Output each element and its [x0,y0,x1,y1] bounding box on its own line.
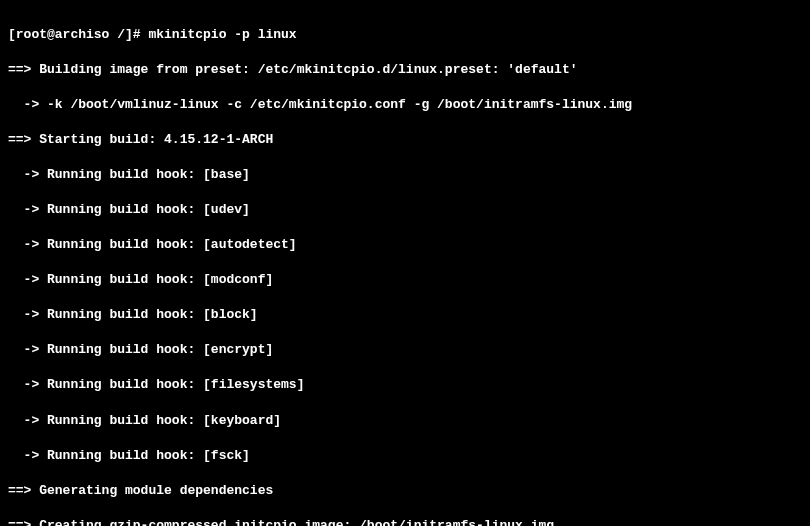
output-line: ==> Building image from preset: /etc/mki… [8,61,802,79]
output-line: -> Running build hook: [encrypt] [8,341,802,359]
prompt-line[interactable]: [root@archiso /]# mkinitcpio -p linux [8,26,802,44]
output-line: -> Running build hook: [fsck] [8,447,802,465]
output-line: ==> Starting build: 4.15.12-1-ARCH [8,131,802,149]
output-line: -> Running build hook: [autodetect] [8,236,802,254]
output-line: ==> Generating module dependencies [8,482,802,500]
output-line: -> Running build hook: [block] [8,306,802,324]
output-line: -> Running build hook: [base] [8,166,802,184]
terminal-output: [root@archiso /]# mkinitcpio -p linux ==… [8,8,802,526]
output-line: -> Running build hook: [filesystems] [8,376,802,394]
output-line: -> Running build hook: [keyboard] [8,412,802,430]
output-line: ==> Creating gzip-compressed initcpio im… [8,517,802,526]
output-line: -> -k /boot/vmlinuz-linux -c /etc/mkinit… [8,96,802,114]
output-line: -> Running build hook: [modconf] [8,271,802,289]
output-line: -> Running build hook: [udev] [8,201,802,219]
